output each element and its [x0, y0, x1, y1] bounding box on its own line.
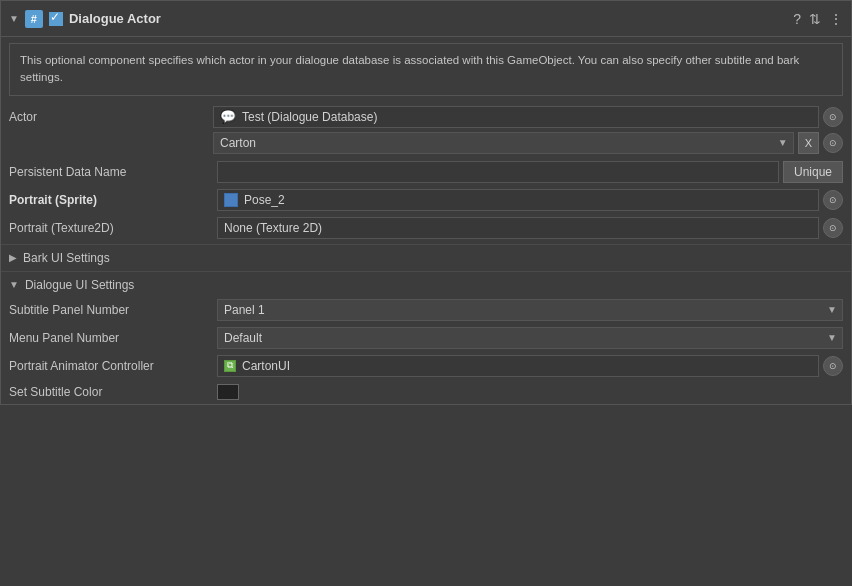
panel-title: Dialogue Actor	[69, 11, 787, 26]
portrait-sprite-field[interactable]: Pose_2	[217, 189, 819, 211]
divider-2	[1, 271, 851, 272]
subtitle-panel-wrapper: Panel 1 Default Panel 2 Panel 3 ▼	[217, 299, 843, 321]
menu-panel-value: Default Panel 1 Panel 2 ▼	[217, 327, 843, 349]
subtitle-panel-label: Subtitle Panel Number	[9, 303, 209, 317]
unique-button[interactable]: Unique	[783, 161, 843, 183]
dialogue-ui-section-header[interactable]: ▼ Dialogue UI Settings	[1, 274, 851, 296]
set-subtitle-color-label: Set Subtitle Color	[9, 385, 209, 399]
portrait-sprite-label: Portrait (Sprite)	[9, 193, 209, 207]
dialogue-ui-arrow-icon: ▼	[9, 279, 19, 290]
hash-icon: #	[25, 10, 43, 28]
actor-dropdown[interactable]: Carton	[213, 132, 794, 154]
sprite-icon	[224, 193, 238, 207]
divider-1	[1, 244, 851, 245]
bark-ui-title: Bark UI Settings	[23, 251, 110, 265]
menu-panel-label: Menu Panel Number	[9, 331, 209, 345]
subtitle-panel-value: Panel 1 Default Panel 2 Panel 3 ▼	[217, 299, 843, 321]
actor-reference-field[interactable]: 💬 Test (Dialogue Database)	[213, 106, 819, 128]
portrait-sprite-target-btn[interactable]: ⊙	[823, 190, 843, 210]
actor-section: Actor 💬 Test (Dialogue Database) ⊙ Carto…	[1, 102, 851, 158]
portrait-texture-label: Portrait (Texture2D)	[9, 221, 209, 235]
help-icon[interactable]: ?	[793, 11, 801, 27]
color-swatch[interactable]	[217, 384, 239, 400]
portrait-animator-target-btn[interactable]: ⊙	[823, 356, 843, 376]
actor-value: Test (Dialogue Database)	[242, 110, 377, 124]
persistent-data-value: Unique	[217, 161, 843, 183]
actor-target-btn[interactable]: ⊙	[823, 107, 843, 127]
description-box: This optional component specifies which …	[9, 43, 843, 96]
portrait-texture-target-btn[interactable]: ⊙	[823, 218, 843, 238]
menu-panel-wrapper: Default Panel 1 Panel 2 ▼	[217, 327, 843, 349]
subtitle-panel-dropdown[interactable]: Panel 1 Default Panel 2 Panel 3	[217, 299, 843, 321]
portrait-animator-row: Portrait Animator Controller ⧉ CartonUI …	[1, 352, 851, 380]
actor-x-button[interactable]: X	[798, 132, 819, 154]
enable-checkbox[interactable]	[49, 12, 63, 26]
menu-panel-dropdown[interactable]: Default Panel 1 Panel 2	[217, 327, 843, 349]
portrait-texture-text: None (Texture 2D)	[224, 221, 322, 235]
dialogue-ui-title: Dialogue UI Settings	[25, 278, 134, 292]
set-subtitle-color-value	[217, 384, 843, 400]
set-subtitle-color-row: Set Subtitle Color	[1, 380, 851, 404]
portrait-animator-value: ⧉ CartonUI ⊙	[217, 355, 843, 377]
actor-label: Actor	[9, 110, 209, 124]
collapse-arrow-icon[interactable]: ▼	[9, 13, 19, 24]
menu-panel-row: Menu Panel Number Default Panel 1 Panel …	[1, 324, 851, 352]
portrait-sprite-text: Pose_2	[244, 193, 285, 207]
portrait-animator-field[interactable]: ⧉ CartonUI	[217, 355, 819, 377]
portrait-animator-text: CartonUI	[242, 359, 290, 373]
panel-header: ▼ # Dialogue Actor ? ⇅ ⋮	[1, 1, 851, 37]
portrait-sprite-value: Pose_2 ⊙	[217, 189, 843, 211]
subtitle-panel-row: Subtitle Panel Number Panel 1 Default Pa…	[1, 296, 851, 324]
dialogue-actor-panel: ▼ # Dialogue Actor ? ⇅ ⋮ This optional c…	[0, 0, 852, 405]
portrait-sprite-row: Portrait (Sprite) Pose_2 ⊙	[1, 186, 851, 214]
portrait-texture-field[interactable]: None (Texture 2D)	[217, 217, 819, 239]
more-icon[interactable]: ⋮	[829, 11, 843, 27]
bark-ui-arrow-icon: ▶	[9, 252, 17, 263]
persistent-data-row: Persistent Data Name Unique	[1, 158, 851, 186]
sliders-icon[interactable]: ⇅	[809, 11, 821, 27]
persistent-data-input[interactable]	[217, 161, 779, 183]
speech-bubble-icon: 💬	[220, 109, 236, 124]
actor-dropdown-wrapper: Carton ▼	[213, 132, 794, 154]
portrait-texture-row: Portrait (Texture2D) None (Texture 2D) ⊙	[1, 214, 851, 242]
header-icons: ? ⇅ ⋮	[793, 11, 843, 27]
controller-icon: ⧉	[224, 360, 236, 372]
bark-ui-section-header[interactable]: ▶ Bark UI Settings	[1, 247, 851, 269]
actor-dropdown-target-btn[interactable]: ⊙	[823, 133, 843, 153]
portrait-animator-label: Portrait Animator Controller	[9, 359, 209, 373]
persistent-data-label: Persistent Data Name	[9, 165, 209, 179]
portrait-texture-value: None (Texture 2D) ⊙	[217, 217, 843, 239]
